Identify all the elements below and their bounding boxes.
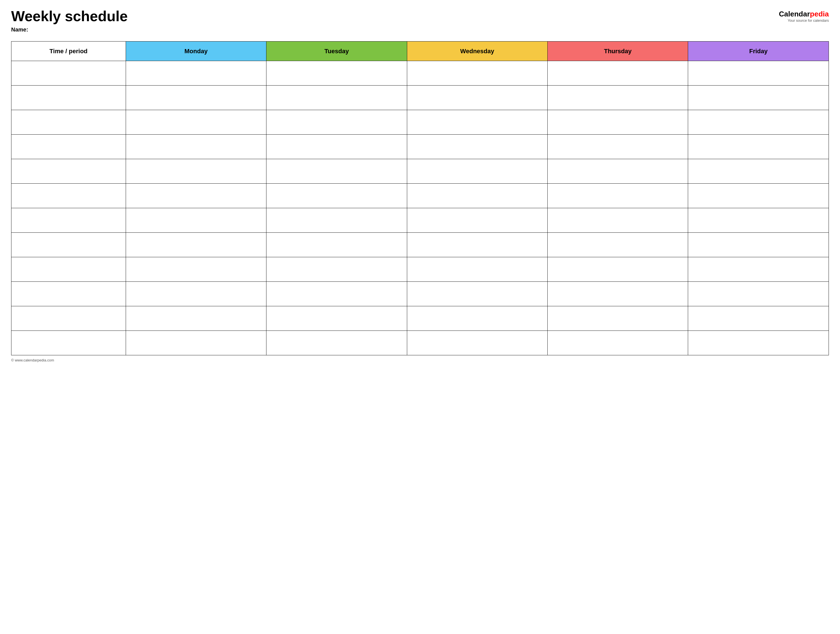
logo-text: Calendarpedia [779, 10, 829, 18]
table-row [11, 184, 829, 208]
logo-calendar: Calendar [779, 10, 810, 18]
table-cell[interactable] [126, 306, 266, 331]
table-cell[interactable] [11, 135, 126, 159]
table-cell[interactable] [688, 233, 829, 257]
table-cell[interactable] [126, 331, 266, 355]
table-cell[interactable] [11, 61, 126, 85]
footer: © www.calendarpedia.com [11, 358, 829, 362]
table-cell[interactable] [407, 159, 547, 184]
table-cell[interactable] [407, 135, 547, 159]
table-row [11, 233, 829, 257]
header-area: Weekly schedule Name: Calendarpedia Your… [11, 8, 829, 33]
table-cell[interactable] [688, 282, 829, 306]
table-cell[interactable] [548, 184, 688, 208]
table-cell[interactable] [688, 306, 829, 331]
table-cell[interactable] [688, 135, 829, 159]
table-cell[interactable] [11, 257, 126, 282]
table-row [11, 208, 829, 233]
table-cell[interactable] [11, 233, 126, 257]
header-row: Time / period Monday Tuesday Wednesday T… [11, 41, 829, 61]
table-cell[interactable] [11, 331, 126, 355]
table-row [11, 282, 829, 306]
table-cell[interactable] [126, 61, 266, 85]
table-cell[interactable] [126, 233, 266, 257]
table-cell[interactable] [548, 61, 688, 85]
table-cell[interactable] [688, 61, 829, 85]
table-cell[interactable] [11, 184, 126, 208]
table-cell[interactable] [267, 257, 407, 282]
table-cell[interactable] [407, 184, 547, 208]
table-cell[interactable] [126, 257, 266, 282]
table-cell[interactable] [267, 184, 407, 208]
table-row [11, 135, 829, 159]
table-cell[interactable] [548, 282, 688, 306]
table-cell[interactable] [267, 233, 407, 257]
table-cell[interactable] [267, 85, 407, 110]
table-cell[interactable] [548, 306, 688, 331]
table-cell[interactable] [267, 135, 407, 159]
table-cell[interactable] [267, 208, 407, 233]
table-cell[interactable] [267, 331, 407, 355]
table-cell[interactable] [11, 306, 126, 331]
table-cell[interactable] [407, 282, 547, 306]
table-cell[interactable] [267, 61, 407, 85]
name-label: Name: [11, 27, 128, 33]
table-cell[interactable] [407, 306, 547, 331]
col-header-monday: Monday [126, 41, 266, 61]
table-cell[interactable] [11, 282, 126, 306]
table-cell[interactable] [11, 159, 126, 184]
table-cell[interactable] [407, 208, 547, 233]
col-header-time: Time / period [11, 41, 126, 61]
table-cell[interactable] [688, 257, 829, 282]
table-cell[interactable] [267, 159, 407, 184]
table-cell[interactable] [548, 159, 688, 184]
table-cell[interactable] [126, 85, 266, 110]
table-cell[interactable] [126, 208, 266, 233]
schedule-body [11, 61, 829, 355]
title-section: Weekly schedule Name: [11, 8, 128, 33]
table-cell[interactable] [688, 331, 829, 355]
table-cell[interactable] [548, 208, 688, 233]
col-header-wednesday: Wednesday [407, 41, 547, 61]
table-cell[interactable] [548, 135, 688, 159]
table-row [11, 85, 829, 110]
table-cell[interactable] [267, 110, 407, 135]
table-cell[interactable] [688, 159, 829, 184]
col-header-tuesday: Tuesday [267, 41, 407, 61]
table-cell[interactable] [407, 233, 547, 257]
table-cell[interactable] [11, 110, 126, 135]
logo-section: Calendarpedia Your source for calendars [779, 10, 829, 22]
table-cell[interactable] [126, 159, 266, 184]
table-row [11, 159, 829, 184]
table-cell[interactable] [407, 331, 547, 355]
table-cell[interactable] [407, 85, 547, 110]
col-header-friday: Friday [688, 41, 829, 61]
table-cell[interactable] [548, 233, 688, 257]
table-cell[interactable] [126, 184, 266, 208]
table-cell[interactable] [267, 282, 407, 306]
table-cell[interactable] [548, 85, 688, 110]
table-cell[interactable] [126, 110, 266, 135]
table-cell[interactable] [407, 110, 547, 135]
table-row [11, 61, 829, 85]
table-cell[interactable] [126, 135, 266, 159]
table-cell[interactable] [407, 61, 547, 85]
table-cell[interactable] [548, 257, 688, 282]
table-cell[interactable] [11, 208, 126, 233]
table-cell[interactable] [267, 306, 407, 331]
table-cell[interactable] [688, 85, 829, 110]
logo-tagline: Your source for calendars [788, 18, 829, 22]
copyright-text: © www.calendarpedia.com [11, 358, 54, 362]
table-cell[interactable] [548, 331, 688, 355]
table-cell[interactable] [126, 282, 266, 306]
table-cell[interactable] [688, 208, 829, 233]
table-row [11, 110, 829, 135]
table-cell[interactable] [688, 184, 829, 208]
table-cell[interactable] [11, 85, 126, 110]
table-cell[interactable] [688, 110, 829, 135]
table-cell[interactable] [407, 257, 547, 282]
logo-pedia: pedia [810, 10, 829, 18]
table-cell[interactable] [548, 110, 688, 135]
page-title: Weekly schedule [11, 8, 128, 24]
table-row [11, 306, 829, 331]
